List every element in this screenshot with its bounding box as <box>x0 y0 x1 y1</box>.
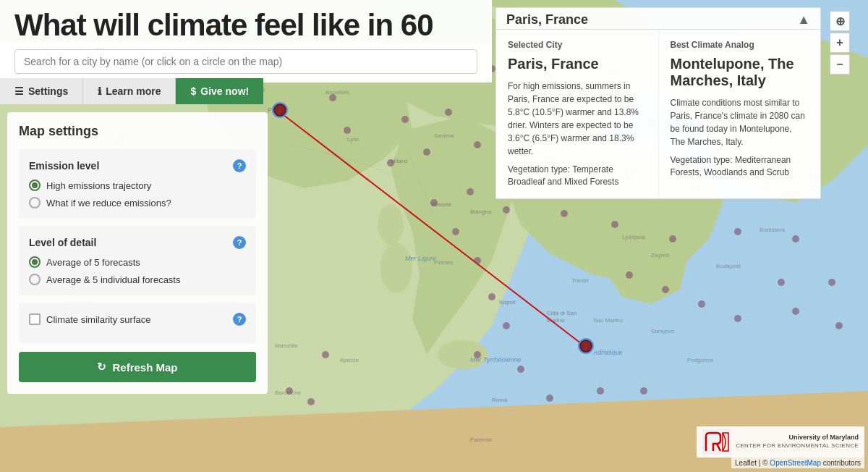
map-settings-panel: Map settings Emission level ? High emiss… <box>7 112 268 394</box>
svg-point-105 <box>274 104 286 116</box>
svg-point-77 <box>474 257 481 264</box>
selected-city-col-title: Selected City <box>508 40 647 50</box>
openstreetmap-link[interactable]: OpenStreetMap <box>770 459 821 467</box>
svg-text:Podgorica: Podgorica <box>687 357 714 363</box>
search-input[interactable] <box>14 49 477 74</box>
emission-level-info-icon[interactable]: ? <box>233 159 246 172</box>
emission-level-label: Emission level <box>29 160 99 172</box>
average-5-label: Average of 5 forecasts <box>46 257 140 268</box>
svg-point-69 <box>611 221 618 228</box>
svg-point-93 <box>307 398 315 405</box>
svg-text:Firenze: Firenze <box>434 259 454 266</box>
emission-level-section: Emission level ? High emissions trajecto… <box>19 149 256 219</box>
svg-text:Ljubljana: Ljubljana <box>622 234 646 240</box>
emission-level-header: Emission level ? <box>29 159 246 172</box>
svg-point-106 <box>580 340 592 352</box>
svg-text:Napoli: Napoli <box>499 299 516 305</box>
svg-point-91 <box>286 387 293 395</box>
high-emissions-radio[interactable] <box>29 180 41 191</box>
level-of-detail-info-icon[interactable]: ? <box>233 236 246 249</box>
umd-line2: CENTER FOR ENVIRONMENTAL SCIENCE <box>736 442 859 450</box>
map-attribution: Leaflet | © OpenStreetMap contributors <box>731 458 864 468</box>
individual-forecasts-radio[interactable] <box>29 274 41 285</box>
svg-point-95 <box>597 387 604 395</box>
svg-point-57 <box>387 159 394 167</box>
location-title: Paris, France <box>506 12 588 28</box>
svg-text:Palermo: Palermo <box>470 437 492 443</box>
top-buttons: ☰ Settings ℹ Learn more $ Give now! <box>0 78 263 104</box>
svg-point-68 <box>561 210 568 217</box>
emission-level-radio-group: High emissions trajectory What if we red… <box>29 180 246 208</box>
give-now-button[interactable]: $ Give now! <box>176 78 263 104</box>
svg-point-72 <box>792 235 799 243</box>
svg-point-96 <box>640 387 647 395</box>
svg-point-1 <box>378 204 404 245</box>
svg-text:Trieste: Trieste <box>571 277 590 284</box>
selected-city-column: Selected City Paris, France For high emi… <box>496 30 659 198</box>
learn-more-label: Learn more <box>106 85 161 97</box>
give-now-label: Give now! <box>200 85 249 97</box>
average-5-radio[interactable] <box>29 256 41 268</box>
level-of-detail-label: Level of detail <box>29 237 96 248</box>
high-emissions-option[interactable]: High emissions trajectory <box>29 180 246 191</box>
svg-point-2 <box>380 243 412 293</box>
svg-text:Adriatique: Adriatique <box>592 349 623 356</box>
climate-similarity-checkbox-item: Climate similarity surface <box>29 313 150 325</box>
best-analog-col-title: Best Climate Analog <box>671 40 809 50</box>
selected-city-description: For high emissions, summers in Paris, Fr… <box>508 80 647 158</box>
svg-text:Lyon: Lyon <box>347 136 359 143</box>
climate-similarity-label: Climate similarity surface <box>46 314 150 325</box>
umd-logo-text: University of Maryland CENTER FOR ENVIRO… <box>702 429 859 455</box>
svg-point-70 <box>669 235 676 243</box>
svg-point-50 <box>344 127 351 134</box>
collapse-button[interactable]: ▲ <box>797 12 810 28</box>
umd-logo: University of Maryland CENTER FOR ENVIRO… <box>697 426 864 458</box>
attribution-text: Leaflet | © OpenStreetMap contributors <box>735 459 861 467</box>
svg-text:Sarajevo: Sarajevo <box>651 328 674 334</box>
city-panel: Selected City Paris, France For high emi… <box>495 29 821 199</box>
svg-point-76 <box>452 228 459 235</box>
svg-text:Ajaccio: Ajaccio <box>340 357 359 363</box>
best-analog-column: Best Climate Analog Montelupone, The Mar… <box>659 30 821 198</box>
selected-city-name: Paris, France <box>508 56 647 72</box>
best-analog-description: Climate conditions most similar to Paris… <box>671 96 809 148</box>
best-analog-city-name: Montelupone, The Marches, Italy <box>671 56 809 89</box>
refresh-icon: ↻ <box>97 361 106 374</box>
map-settings-title: Map settings <box>19 124 256 139</box>
climate-similarity-info-icon[interactable]: ? <box>233 313 246 326</box>
settings-button[interactable]: ☰ Settings <box>0 78 83 104</box>
average-5-forecasts-option[interactable]: Average of 5 forecasts <box>29 256 246 268</box>
settings-icon: ☰ <box>14 85 24 97</box>
map-controls: ⊕ + − <box>830 11 850 75</box>
climate-similarity-header: Climate similarity surface ? <box>29 313 246 326</box>
svg-point-65 <box>430 199 438 206</box>
refresh-map-button[interactable]: ↻ Refresh Map <box>19 352 256 382</box>
svg-text:Bologna: Bologna <box>470 208 492 215</box>
svg-text:Roma: Roma <box>492 397 508 403</box>
svg-point-59 <box>474 141 481 148</box>
locate-button[interactable]: ⊕ <box>830 11 850 31</box>
svg-text:Marino: Marino <box>547 317 565 324</box>
reduce-emissions-radio[interactable] <box>29 197 41 208</box>
refresh-label: Refresh Map <box>112 361 177 374</box>
svg-point-98 <box>792 308 799 315</box>
svg-point-78 <box>488 293 495 300</box>
zoom-out-button[interactable]: − <box>830 54 850 75</box>
dollar-icon: $ <box>190 85 196 97</box>
reduce-emissions-option[interactable]: What if we reduce emissions? <box>29 197 246 208</box>
selected-city-vegetation: Vegetation type: Temperate Broadleaf and… <box>508 164 647 188</box>
svg-point-58 <box>423 148 430 156</box>
svg-point-67 <box>503 206 510 214</box>
svg-text:Bratislava: Bratislava <box>760 227 786 233</box>
high-emissions-label: High emissions trajectory <box>46 180 151 191</box>
climate-similarity-checkbox[interactable] <box>29 313 41 325</box>
svg-text:Città di San: Città di San <box>547 310 576 316</box>
climate-similarity-section: Climate similarity surface ? <box>19 303 256 343</box>
umd-line1: University of Maryland <box>736 434 859 442</box>
individual-forecasts-option[interactable]: Average & 5 individual forecasts <box>29 274 246 285</box>
level-of-detail-header: Level of detail ? <box>29 236 246 249</box>
learn-more-button[interactable]: ℹ Learn more <box>83 78 176 104</box>
svg-point-51 <box>401 116 409 123</box>
zoom-in-button[interactable]: + <box>830 33 850 53</box>
svg-point-97 <box>778 279 785 286</box>
